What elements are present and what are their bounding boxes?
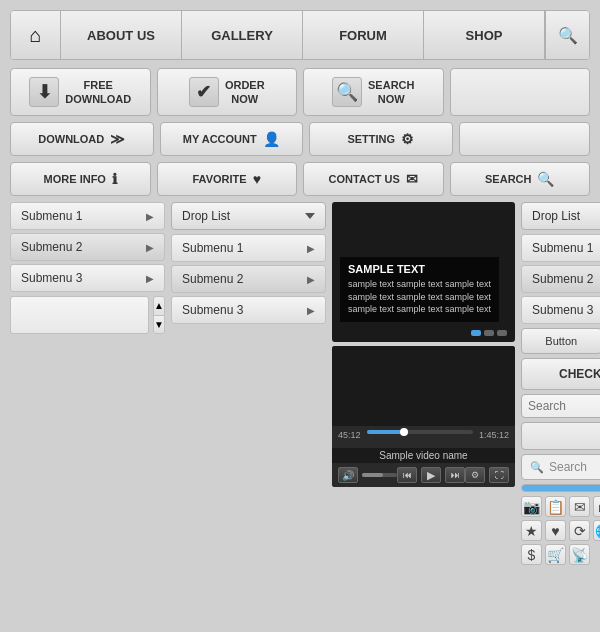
left-column: Submenu 1 ▶ Submenu 2 ▶ Submenu 3 ▶ ▲ ▼ [10,202,165,565]
submenu-item-3[interactable]: Submenu 3 ▶ [10,264,165,292]
progress-slider[interactable] [521,484,600,492]
submenu-item-2[interactable]: Submenu 2 ▶ [10,233,165,261]
nav-item-gallery[interactable]: GALLERY [182,11,303,59]
icon-globe[interactable]: 🌐 [593,520,600,541]
checkout-button[interactable]: CHECKOUT 🛒 [521,358,600,390]
chevron-right-icon: ▶ [307,274,315,285]
main-content-area: Submenu 1 ▶ Submenu 2 ▶ Submenu 3 ▶ ▲ ▼ [10,202,590,565]
mid-right-submenu-item-1[interactable]: Submenu 1 ▶ [521,234,600,262]
stepper-up-button[interactable]: ▲ [154,297,164,316]
icon-mail[interactable]: ✉ [569,496,590,517]
play-button[interactable]: ▶ [421,467,441,483]
volume-fill [362,473,383,477]
mid-submenu-item-1[interactable]: Submenu 1 ▶ [171,234,326,262]
slider-track[interactable] [521,484,600,492]
search-input-1[interactable] [528,399,600,413]
magnify-icon: 🔍 [332,77,362,107]
indicator-3 [497,330,507,336]
chevron-right-icon: ▶ [307,243,315,254]
submenu-item-1[interactable]: Submenu 1 ▶ [10,202,165,230]
extra-controls: ⚙ ⛶ [465,467,509,483]
video-progress-bar[interactable] [367,430,473,434]
input-box[interactable] [10,296,149,334]
chevron-right-icon: ▶ [146,242,154,253]
button-pair-row: Button Button [521,328,600,354]
setting-button[interactable]: SETTING ⚙ [309,122,453,156]
video-time-row: 45:12 1:45:12 [338,430,509,440]
volume-slider[interactable] [362,473,397,477]
gear-icon: ⚙ [401,131,414,147]
search-standalone-button[interactable]: Search [521,422,600,450]
dropdown-list-left[interactable]: Drop List [171,202,326,230]
icon-cart[interactable]: 🛒 [545,544,566,565]
video-progress-fill [367,430,404,434]
video-controls: 45:12 1:45:12 [332,426,515,448]
video-text-overlay: SAMPLE TEXT sample text sample text samp… [340,257,499,322]
video-name: Sample video name [332,448,515,463]
nav-bar: ⌂ ABOUT US GALLERY FORUM SHOP 🔍 [10,10,590,60]
dropdown-list-right[interactable]: Drop List [521,202,600,230]
indicator-1 [471,330,481,336]
more-info-button[interactable]: MORE INFO ℹ [10,162,151,196]
nav-item-shop[interactable]: SHOP [424,11,545,59]
free-download-button[interactable]: ⬇ FREEDOWNLOAD [10,68,151,116]
mute-button[interactable]: 🔊 [338,467,358,483]
search-box-1[interactable]: 🔍 [521,394,600,418]
icon-camera[interactable]: 📷 [521,496,542,517]
info-icon: ℹ [112,171,117,187]
fullscreen-button[interactable]: ⛶ [489,467,509,483]
mid-submenu-item-3[interactable]: Submenu 3 ▶ [171,296,326,324]
home-icon: ⌂ [29,24,41,47]
search-now-button[interactable]: 🔍 SEARCHNOW [303,68,444,116]
settings-button[interactable]: ⚙ [465,467,485,483]
top-button-empty[interactable] [450,68,591,116]
mid-right-submenu-item-2[interactable]: Submenu 2 ▶ [521,265,600,293]
search-box-2[interactable]: 🔍 Search [521,454,600,480]
search-icon: 🔍 [558,26,578,45]
small-video-player: 45:12 1:45:12 Sample video name 🔊 [332,346,515,487]
fast-forward-button[interactable]: ⏭ [445,467,465,483]
heart-icon: ♥ [253,171,261,187]
button-1[interactable]: Button [521,328,600,354]
nav-item-about[interactable]: ABOUT US [61,11,182,59]
third-buttons-row: MORE INFO ℹ FAVORITE ♥ CONTACT US ✉ SEAR… [10,162,590,196]
top-buttons-row: ⬇ FREEDOWNLOAD ✔ ORDERNOW 🔍 SEARCHNOW [10,68,590,116]
icon-refresh[interactable]: ⟳ [569,520,590,541]
download-button[interactable]: DOWNLOAD ≫ [10,122,154,156]
icon-star[interactable]: ★ [521,520,542,541]
order-now-button[interactable]: ✔ ORDERNOW [157,68,298,116]
stepper-area: ▲ ▼ [10,296,165,334]
playback-controls: ⏮ ▶ ⏭ [397,467,465,483]
stepper-control: ▲ ▼ [153,296,165,334]
nav-search-button[interactable]: 🔍 [545,11,589,59]
stepper-down-button[interactable]: ▼ [154,316,164,334]
icon-folder[interactable]: 🗂 [593,496,600,517]
my-account-button[interactable]: MY ACCOUNT 👤 [160,122,304,156]
second-buttons-row: DOWNLOAD ≫ MY ACCOUNT 👤 SETTING ⚙ [10,122,590,156]
nav-item-forum[interactable]: FORUM [303,11,424,59]
contact-us-button[interactable]: CONTACT US ✉ [303,162,444,196]
video-indicators [471,330,507,336]
video-screen [332,346,515,426]
search-icon-btn: 🔍 [537,171,554,187]
main-video-player[interactable]: SAMPLE TEXT sample text sample text samp… [332,202,515,342]
mid-submenu-item-2[interactable]: Submenu 2 ▶ [171,265,326,293]
icon-heart[interactable]: ♥ [545,520,566,541]
indicator-2 [484,330,494,336]
slider-fill [522,485,600,491]
volume-control: 🔊 [338,467,397,483]
download-icon: ⬇ [29,77,59,107]
icon-clipboard[interactable]: 📋 [545,496,566,517]
icon-rss[interactable]: 📡 [569,544,590,565]
rewind-button[interactable]: ⏮ [397,467,417,483]
nav-home-button[interactable]: ⌂ [11,11,61,59]
video-control-row: 🔊 ⏮ ▶ ⏭ ⚙ ⛶ [332,463,515,487]
mid-right-submenu-item-3[interactable]: Submenu 3 ▶ [521,296,600,324]
checkmark-icon: ✔ [189,77,219,107]
user-icon: 👤 [263,131,280,147]
chevron-right-icon: ▶ [307,305,315,316]
search-button-top[interactable]: SEARCH 🔍 [450,162,591,196]
icon-dollar[interactable]: $ [521,544,542,565]
second-row-empty [459,122,591,156]
favorite-button[interactable]: FAVORITE ♥ [157,162,298,196]
